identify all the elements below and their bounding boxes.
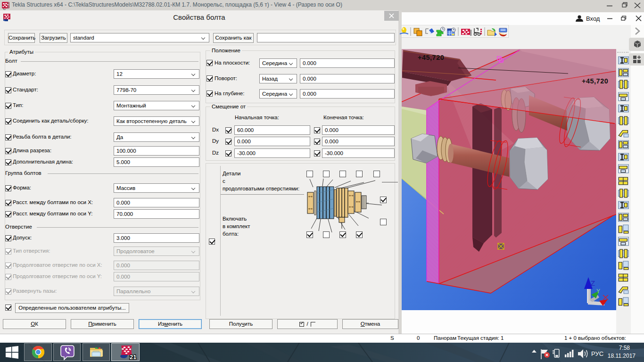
svg-text:+45,720: +45,720 (418, 54, 444, 61)
svg-text:21: 21 (130, 354, 136, 361)
svg-text:Y: Y (596, 288, 600, 295)
svg-text:Z: Z (591, 279, 595, 287)
svg-text:РУС: РУС (591, 350, 603, 357)
svg-text:+45,720: +45,720 (582, 77, 608, 85)
